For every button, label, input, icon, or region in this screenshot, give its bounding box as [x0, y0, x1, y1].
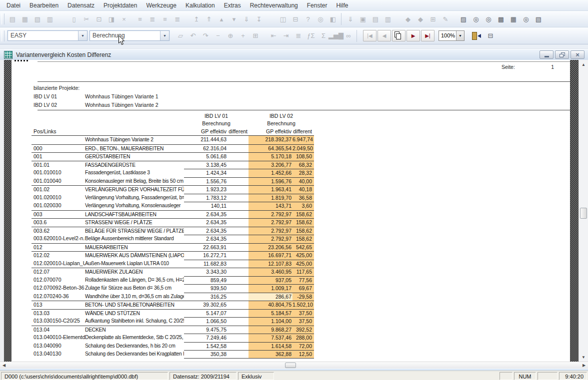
cell-gp2: 5.170,18 — [248, 152, 292, 161]
scroll-right-icon[interactable]: ▶ — [580, 362, 588, 369]
insert-position-icon[interactable]: + — [238, 31, 248, 41]
scroll-down-icon[interactable]: ▼ — [579, 353, 588, 361]
minimize-button[interactable] — [540, 50, 554, 59]
menu-item-datei[interactable]: Datei — [2, 1, 25, 10]
image-icon[interactable]: ▧ — [32, 14, 42, 24]
search-icon[interactable]: ◎ — [316, 14, 326, 24]
prev-record-button[interactable]: ◀ — [378, 30, 391, 41]
status-record-counter: Datensatz: 2009/21194 — [170, 372, 236, 380]
view-combobox[interactable]: Berechnung ▼ — [90, 30, 170, 41]
view-combobox-arrow[interactable]: ▼ — [160, 31, 169, 40]
horizontal-scrollbar[interactable]: ◀ ▶ — [0, 362, 588, 369]
menu-item-datensatz[interactable]: Datensatz — [63, 1, 99, 10]
redo-icon[interactable]: ↷ — [200, 31, 210, 41]
copy-record-button[interactable] — [392, 30, 406, 41]
scroll-left-icon[interactable]: ◀ — [0, 362, 8, 369]
cell-pos: 013.040090 — [32, 342, 85, 351]
catalog-icon[interactable]: ▥ — [45, 14, 55, 24]
exit-view-button[interactable] — [470, 31, 480, 41]
paste-icon[interactable]: ◨ — [106, 14, 116, 24]
import-position-icon[interactable]: ⇓ — [346, 14, 356, 24]
cut-icon[interactable]: ✂ — [82, 14, 92, 24]
print-icon[interactable]: ⊟ — [290, 14, 300, 24]
database-icon[interactable]: ▩ — [496, 14, 506, 24]
compare-left-icon[interactable]: ◆ — [403, 14, 413, 24]
compare-right-icon[interactable]: ◆ — [416, 14, 426, 24]
next-record-button[interactable]: ▶ — [406, 30, 420, 41]
move-up-icon[interactable]: ▴ — [216, 14, 226, 24]
toolbar-grip[interactable] — [2, 13, 4, 24]
demote-position-icon[interactable]: ⇤ — [268, 31, 278, 41]
insert-position-above-icon[interactable]: ⊕ — [226, 31, 236, 41]
move-down-icon[interactable]: ▾ — [229, 14, 239, 24]
report-wizard-icon[interactable]: ▤ — [8, 14, 18, 24]
formula-icon[interactable]: ƒΣ — [306, 31, 316, 41]
remove-position-icon[interactable]: − — [213, 31, 223, 41]
pin-icon[interactable]: ✎ — [440, 14, 450, 24]
cell-d2: 69,67 — [292, 284, 314, 293]
undo-icon[interactable]: ↶ — [188, 31, 198, 41]
print-preview-icon[interactable]: ◫ — [278, 14, 288, 24]
insert-subposition-icon[interactable]: ⊞ — [250, 31, 260, 41]
profile-combobox-arrow[interactable]: ▼ — [78, 31, 87, 40]
modules-icon[interactable]: ⊞ — [428, 14, 438, 24]
toolbar-standard: ▤▦▧▥ ▯✂⊡◨× ≡≣≡≣ ↥⇑▴▾⇓↧ ◫⊟?◎◧ ⇓▣▤▥ ◆◆⊞✎ ▨… — [0, 11, 588, 27]
search-text-icon[interactable]: ◎ — [484, 14, 494, 24]
cell-desc: STRASSEN/ WEGE / PLÄTZE — [85, 218, 184, 227]
move-pageup-icon[interactable]: ⇑ — [204, 14, 214, 24]
sum-icon[interactable]: Σ — [318, 31, 328, 41]
help-icon[interactable]: ? — [303, 14, 313, 24]
gp-effektiv-header-2: GP effektiv — [248, 127, 292, 135]
menu-item-bearbeiten[interactable]: Bearbeiten — [25, 1, 63, 10]
last-record-button[interactable]: ▶| — [421, 30, 434, 41]
outline-insert-above-icon[interactable]: ≡ — [135, 14, 145, 24]
open-view-icon[interactable]: ▱ — [176, 31, 186, 41]
statistics-icon[interactable]: ▂▅▇ — [331, 31, 341, 41]
menu-item-fenster[interactable]: Fenster — [302, 1, 332, 10]
menu-item-extras[interactable]: Extras — [220, 1, 246, 10]
profile-combobox[interactable]: EASY ▼ — [8, 30, 88, 41]
first-record-button[interactable]: |◀ — [363, 30, 376, 41]
outline-promote-icon[interactable]: ≡ — [160, 14, 170, 24]
zoom-combobox-arrow[interactable]: ▼ — [456, 31, 464, 40]
promote-position-icon[interactable]: ⇥ — [281, 31, 291, 41]
delete-icon[interactable]: × — [119, 14, 129, 24]
protocol-icon[interactable]: ▦ — [20, 14, 30, 24]
menu-item-werkzeuge[interactable]: Werkzeuge — [142, 1, 180, 10]
print-button[interactable]: ⊟ — [486, 31, 496, 41]
filter-icon[interactable]: ▧ — [534, 14, 544, 24]
outline-demote-icon[interactable]: ≣ — [172, 14, 182, 24]
cell-d2: 3,60 — [292, 202, 314, 210]
horizontal-scrollbar-thumb[interactable] — [285, 363, 296, 368]
menu-item-hilfe[interactable]: Hilfe — [332, 1, 352, 10]
toolbar-grip[interactable] — [2, 30, 4, 41]
search-record-icon[interactable]: ◎ — [521, 14, 531, 24]
vertical-scrollbar-thumb[interactable] — [580, 208, 587, 219]
menu-item-rechteverwaltung[interactable]: Rechteverwaltung — [246, 1, 302, 10]
scroll-up-icon[interactable]: ▲ — [579, 60, 588, 68]
send-document-icon[interactable]: ▥ — [383, 14, 393, 24]
stamp-library-icon[interactable]: ▣ — [358, 14, 368, 24]
export-document-icon[interactable]: ▤ — [370, 14, 380, 24]
new-document-icon[interactable]: ▯ — [69, 14, 79, 24]
numbering-icon[interactable]: ≣ — [294, 31, 304, 41]
vertical-scrollbar[interactable]: ▲ ▼ — [578, 60, 588, 362]
copy-icon[interactable]: ⊡ — [94, 14, 104, 24]
status-num-lock: NUM — [514, 372, 536, 380]
calculation-edit-icon[interactable]: ▨ — [458, 14, 468, 24]
outline-insert-below-icon[interactable]: ≣ — [148, 14, 158, 24]
cell-desc: MAUERWERK ZULAGEN — [85, 268, 184, 276]
close-button[interactable]: × — [570, 50, 584, 59]
move-last-icon[interactable]: ↧ — [254, 14, 264, 24]
zoom-combobox[interactable]: 100% ▼ — [438, 30, 464, 41]
table-view-icon[interactable]: ▦ — [508, 14, 518, 24]
menu-item-projektdaten[interactable]: Projektdaten — [99, 1, 142, 10]
menu-item-kalkulation[interactable]: Kalkulation — [181, 1, 220, 10]
reb-icon[interactable]: ∞ — [344, 31, 354, 41]
move-pagedown-icon[interactable]: ⇓ — [242, 14, 252, 24]
cell-pos — [32, 136, 85, 144]
restore-button[interactable] — [555, 50, 569, 59]
search-position-icon[interactable]: ◎ — [471, 14, 481, 24]
move-first-icon[interactable]: ↥ — [192, 14, 202, 24]
layout-columns-icon[interactable]: ◧ — [328, 14, 338, 24]
